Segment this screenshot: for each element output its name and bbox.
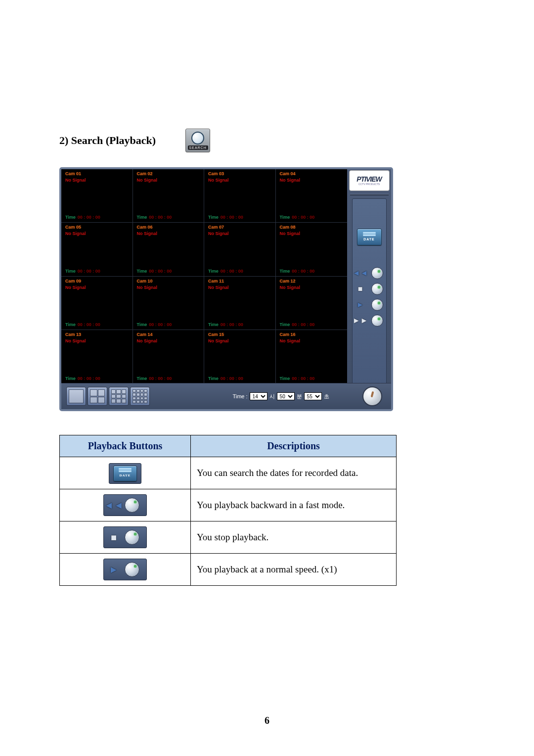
camera-cell[interactable]: Cam 14No SignalTime00 : 00 : 00 <box>133 330 205 383</box>
camera-name: Cam 14 <box>137 332 153 337</box>
hour-suffix: 시 <box>269 393 275 400</box>
camera-time: Time00 : 00 : 00 <box>208 322 243 327</box>
camera-cell[interactable]: Cam 02No SignalTime00 : 00 : 00 <box>133 169 205 223</box>
camera-time: Time00 : 00 : 00 <box>65 215 100 220</box>
camera-time: Time00 : 00 : 00 <box>65 269 100 274</box>
camera-status: No Signal <box>137 231 158 236</box>
camera-status: No Signal <box>65 285 86 290</box>
camera-cell[interactable]: Cam 11No SignalTime00 : 00 : 00 <box>204 277 276 330</box>
camera-time: Time00 : 00 : 00 <box>137 376 172 381</box>
second-select[interactable]: 55 <box>304 392 322 400</box>
camera-time: Time00 : 00 : 00 <box>65 322 100 327</box>
table-row: DATE You can search the dates for record… <box>60 457 397 489</box>
camera-cell[interactable]: Cam 15No SignalTime00 : 00 : 00 <box>204 330 276 383</box>
camera-status: No Signal <box>208 178 229 183</box>
desc-cell: You stop playback. <box>191 521 397 554</box>
camera-time: Time00 : 00 : 00 <box>137 269 172 274</box>
camera-cell[interactable]: Cam 08No SignalTime00 : 00 : 00 <box>276 223 348 276</box>
brand-logo: PTIVIEW CCTV PRODUCTS <box>349 170 390 191</box>
desc-cell: You can search the dates for recorded da… <box>191 457 397 489</box>
camera-cell[interactable]: Cam 12No SignalTime00 : 00 : 00 <box>276 277 348 330</box>
camera-name: Cam 03 <box>208 171 224 176</box>
minute-select[interactable]: 50 <box>277 392 295 400</box>
search-tile-caption: SEARCH <box>188 145 208 150</box>
camera-name: Cam 06 <box>137 225 153 230</box>
camera-time: Time00 : 00 : 00 <box>280 215 315 220</box>
fast-forward-row[interactable]: ►► <box>356 315 383 327</box>
camera-time: Time00 : 00 : 00 <box>208 215 243 220</box>
bottom-bar: Time : 14 시 50 분 55 초 <box>61 383 391 409</box>
calendar-lines-icon <box>363 234 376 235</box>
camera-name: Cam 12 <box>280 279 296 284</box>
camera-status: No Signal <box>280 285 301 290</box>
camera-time: Time00 : 00 : 00 <box>137 215 172 220</box>
camera-name: Cam 07 <box>208 225 224 230</box>
camera-status: No Signal <box>65 178 86 183</box>
camera-status: No Signal <box>208 338 229 343</box>
layout-9-button[interactable] <box>109 387 129 406</box>
camera-cell[interactable]: Cam 13No SignalTime00 : 00 : 00 <box>61 330 133 383</box>
camera-grid-area: Cam 01No SignalTime00 : 00 : 00Cam 02No … <box>61 169 347 383</box>
camera-cell[interactable]: Cam 10No SignalTime00 : 00 : 00 <box>133 277 205 330</box>
rewind-button-visual: ◄◄ <box>103 494 147 516</box>
date-button-label: DATE <box>363 237 375 241</box>
camera-cell[interactable]: Cam 01No SignalTime00 : 00 : 00 <box>61 169 133 223</box>
camera-cell[interactable]: Cam 06No SignalTime00 : 00 : 00 <box>133 223 205 276</box>
search-tile[interactable]: SEARCH <box>185 129 210 152</box>
page-number: 6 <box>265 715 269 726</box>
table-head-buttons: Playback Buttons <box>60 435 191 457</box>
play-row[interactable]: ► <box>356 299 383 311</box>
play-button-visual: ► <box>103 559 147 580</box>
section-heading: 2) Search (Playback) <box>59 134 156 147</box>
camera-status: No Signal <box>208 231 229 236</box>
brand-name: PTIVIEW <box>356 176 382 183</box>
camera-name: Cam 16 <box>280 332 296 337</box>
camera-time: Time00 : 00 : 00 <box>65 376 100 381</box>
camera-status: No Signal <box>208 285 229 290</box>
camera-status: No Signal <box>280 338 301 343</box>
camera-time: Time00 : 00 : 00 <box>208 376 243 381</box>
table-row: ► You playback at a normal speed. (x1) <box>60 554 397 586</box>
desc-cell: You playback backward in a fast mode. <box>191 489 397 521</box>
magnifier-icon <box>191 132 204 144</box>
camera-name: Cam 02 <box>137 171 153 176</box>
playback-buttons-table: Playback Buttons Descriptions DATE You c… <box>59 435 397 586</box>
camera-status: No Signal <box>137 178 158 183</box>
play-icon: ► <box>109 565 119 574</box>
rewind-row[interactable]: ◄◄ <box>356 267 383 279</box>
stop-button-visual: ■ <box>103 526 147 548</box>
time-selector: Time : 14 시 50 분 55 초 <box>232 392 329 400</box>
camera-cell[interactable]: Cam 03No SignalTime00 : 00 : 00 <box>204 169 276 223</box>
jog-knob <box>125 530 139 545</box>
desc-cell: You playback at a normal speed. (x1) <box>191 554 397 586</box>
camera-time: Time00 : 00 : 00 <box>208 269 243 274</box>
date-button[interactable]: DATE <box>357 229 382 245</box>
jog-knob[interactable] <box>371 299 383 311</box>
camera-cell[interactable]: Cam 07No SignalTime00 : 00 : 00 <box>204 223 276 276</box>
camera-cell[interactable]: Cam 16No SignalTime00 : 00 : 00 <box>276 330 348 383</box>
jog-knob <box>125 562 139 577</box>
layout-4-button[interactable] <box>88 387 107 406</box>
stop-row[interactable]: ■ <box>356 283 383 295</box>
jog-knob[interactable] <box>371 283 383 295</box>
layout-1-button[interactable] <box>66 387 86 406</box>
camera-name: Cam 09 <box>65 279 81 284</box>
camera-cell[interactable]: Cam 04No SignalTime00 : 00 : 00 <box>276 169 348 223</box>
camera-cell[interactable]: Cam 05No SignalTime00 : 00 : 00 <box>61 223 133 276</box>
shuttle-knob[interactable] <box>362 386 382 406</box>
camera-time: Time00 : 00 : 00 <box>137 322 172 327</box>
hour-select[interactable]: 14 <box>250 392 267 400</box>
camera-name: Cam 13 <box>65 332 81 337</box>
layout-16-button[interactable] <box>130 387 150 406</box>
side-panel: PTIVIEW CCTV PRODUCTS DATE ◄◄ ■ <box>347 169 391 409</box>
table-row: ◄◄ You playback backward in a fast mode. <box>60 489 397 521</box>
camera-name: Cam 10 <box>137 279 153 284</box>
side-divider <box>350 194 389 195</box>
jog-knob[interactable] <box>371 267 383 279</box>
camera-name: Cam 04 <box>280 171 296 176</box>
second-suffix: 초 <box>324 393 329 400</box>
camera-name: Cam 11 <box>208 279 224 284</box>
camera-cell[interactable]: Cam 09No SignalTime00 : 00 : 00 <box>61 277 133 330</box>
jog-knob[interactable] <box>371 315 383 327</box>
side-controls: DATE ◄◄ ■ ► ►► <box>352 198 387 384</box>
